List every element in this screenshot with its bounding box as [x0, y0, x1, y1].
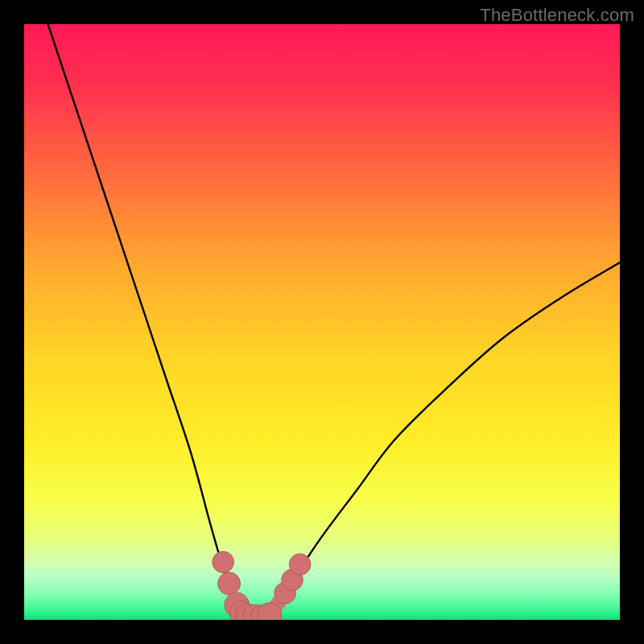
- outer-frame: TheBottleneck.com: [0, 0, 644, 644]
- plot-area: [24, 24, 620, 620]
- chart-svg: [24, 24, 620, 620]
- valley-marker: [213, 551, 234, 573]
- watermark-text: TheBottleneck.com: [480, 5, 634, 26]
- gradient-background: [24, 24, 620, 620]
- valley-marker: [218, 572, 241, 595]
- valley-marker: [289, 554, 311, 576]
